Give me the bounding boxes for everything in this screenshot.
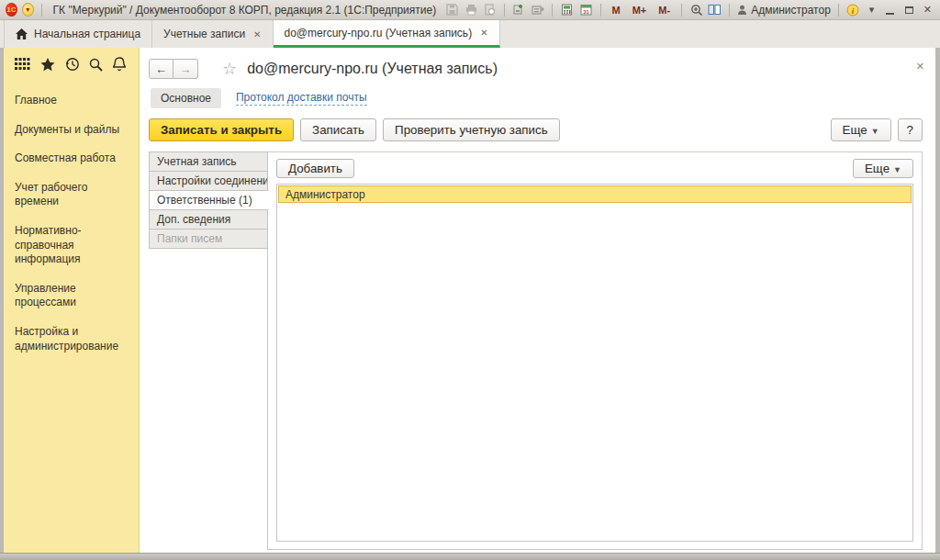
nav-main-tab[interactable]: Основное bbox=[151, 88, 221, 108]
back-button[interactable]: ← bbox=[149, 59, 173, 79]
file-add-icon[interactable] bbox=[512, 3, 526, 17]
user-icon bbox=[737, 5, 747, 16]
vtab-additional-info[interactable]: Доп. сведения bbox=[149, 209, 268, 230]
tab-close-icon[interactable]: ✕ bbox=[253, 29, 261, 39]
window-body: Главное Документы и файлы Совместная раб… bbox=[0, 48, 940, 553]
check-account-button[interactable]: Проверить учетную запись bbox=[383, 118, 560, 141]
calendar-icon[interactable]: 31 bbox=[578, 3, 592, 17]
chevron-down-icon: ▼ bbox=[893, 165, 901, 174]
divider bbox=[41, 4, 42, 17]
status-bar bbox=[0, 553, 940, 560]
save-button[interactable]: Записать bbox=[300, 118, 376, 141]
list-toolbar: Добавить Еще▼ bbox=[276, 159, 913, 178]
functions-menu-icon[interactable] bbox=[15, 58, 30, 71]
tab-label: Учетные записи bbox=[163, 28, 245, 40]
title-bar: 1С ▾ ГК "Меркурий" / Документооборот 8 К… bbox=[0, 0, 940, 20]
memory-m-button[interactable]: M bbox=[608, 5, 623, 16]
main-menu-button[interactable]: ▾ bbox=[22, 3, 34, 17]
1c-logo-icon: 1С bbox=[6, 3, 17, 17]
responsible-list[interactable]: Администратор bbox=[276, 184, 913, 542]
home-icon bbox=[16, 28, 28, 39]
form-page-tabs: Учетная запись Настройки соединения Отве… bbox=[149, 151, 268, 550]
divider bbox=[838, 4, 839, 17]
vtab-mail-folders: Папки писем bbox=[149, 229, 268, 249]
divider bbox=[600, 4, 601, 17]
search-icon[interactable] bbox=[89, 58, 103, 72]
service-menu-dropdown[interactable]: ▾ bbox=[865, 3, 878, 17]
sidebar-toolbar bbox=[4, 48, 139, 77]
file-send-icon[interactable] bbox=[531, 3, 544, 17]
more-label: Еще bbox=[865, 162, 890, 175]
sidebar-item-main[interactable]: Главное bbox=[4, 86, 139, 116]
tab-close-icon[interactable]: ✕ bbox=[480, 28, 487, 38]
sidebar-item-collaboration[interactable]: Совместная работа bbox=[4, 144, 139, 174]
memory-m-plus-button[interactable]: M+ bbox=[629, 5, 651, 16]
form-header: ← → ☆ do@mercury-npo.ru (Учетная запись)… bbox=[149, 55, 923, 83]
sidebar-item-reference-info[interactable]: Нормативно-справочная информация bbox=[4, 217, 139, 274]
forward-button[interactable]: → bbox=[173, 59, 198, 79]
favorites-star-icon[interactable] bbox=[40, 58, 55, 72]
add-button[interactable]: Добавить bbox=[276, 159, 354, 178]
tab-bar: Начальная страница Учетные записи ✕ do@m… bbox=[0, 20, 940, 48]
history-icon[interactable] bbox=[65, 57, 80, 72]
divider bbox=[729, 4, 730, 17]
command-bar: Записать и закрыть Записать Проверить уч… bbox=[149, 118, 923, 141]
divider bbox=[552, 4, 553, 17]
print-preview-icon[interactable] bbox=[483, 3, 497, 17]
form-close-icon[interactable]: ✕ bbox=[916, 61, 924, 73]
more-button[interactable]: Еще▼ bbox=[831, 118, 891, 141]
calculator-icon[interactable] bbox=[560, 3, 574, 17]
split-window-icon[interactable] bbox=[708, 3, 722, 17]
list-more-button[interactable]: Еще▼ bbox=[853, 159, 913, 178]
responsible-page: Добавить Еще▼ Администратор bbox=[267, 151, 923, 550]
sidebar-item-process-management[interactable]: Управление процессами bbox=[4, 274, 139, 318]
divider bbox=[681, 4, 682, 17]
list-item[interactable]: Администратор bbox=[278, 185, 912, 203]
vtab-connection-settings[interactable]: Настройки соединения bbox=[149, 171, 268, 191]
sidebar-item-time-tracking[interactable]: Учет рабочего времени bbox=[4, 174, 139, 217]
form-title: do@mercury-npo.ru (Учетная запись) bbox=[247, 61, 498, 77]
chevron-down-icon: ▼ bbox=[871, 127, 879, 136]
sections-sidebar: Главное Документы и файлы Совместная раб… bbox=[4, 48, 140, 553]
nav-mail-delivery-log-link[interactable]: Протокол доставки почты bbox=[236, 91, 367, 106]
close-button[interactable]: ✕ bbox=[921, 3, 934, 17]
favorite-star-icon[interactable]: ☆ bbox=[222, 59, 237, 79]
info-icon[interactable]: i bbox=[846, 3, 860, 17]
sections-nav: Главное Документы и файлы Совместная раб… bbox=[4, 77, 139, 361]
minimize-button[interactable] bbox=[883, 3, 897, 17]
zoom-icon[interactable] bbox=[689, 3, 703, 17]
divider bbox=[504, 4, 505, 17]
more-label: Еще bbox=[843, 123, 867, 137]
current-user[interactable]: Администратор bbox=[737, 4, 831, 17]
save-icon[interactable] bbox=[445, 3, 459, 17]
sidebar-item-settings-administration[interactable]: Настройка и администрирование bbox=[4, 318, 139, 361]
tab-home[interactable]: Начальная страница bbox=[4, 20, 152, 48]
tab-accounts[interactable]: Учетные записи ✕ bbox=[152, 20, 273, 48]
form-body: Учетная запись Настройки соединения Отве… bbox=[149, 151, 923, 550]
vtab-account[interactable]: Учетная запись bbox=[149, 151, 268, 172]
form-nav: Основное Протокол доставки почты bbox=[151, 86, 923, 110]
vtab-responsible[interactable]: Ответственные (1) bbox=[149, 190, 269, 210]
svg-text:31: 31 bbox=[583, 9, 589, 15]
memory-m-minus-button[interactable]: M- bbox=[655, 5, 674, 16]
sidebar-item-documents-files[interactable]: Документы и файлы bbox=[4, 116, 139, 145]
form-area: ← → ☆ do@mercury-npo.ru (Учетная запись)… bbox=[140, 48, 935, 553]
maximize-button[interactable] bbox=[901, 3, 915, 17]
tab-label: do@mercury-npo.ru (Учетная запись) bbox=[285, 27, 473, 39]
save-and-close-button[interactable]: Записать и закрыть bbox=[149, 118, 294, 141]
print-icon[interactable] bbox=[464, 3, 477, 17]
user-name-label: Администратор bbox=[751, 4, 831, 17]
window-title: ГК "Меркурий" / Документооборот 8 КОРП, … bbox=[53, 4, 437, 17]
tab-account-form[interactable]: do@mercury-npo.ru (Учетная запись) ✕ bbox=[274, 20, 500, 48]
application-window: 1С ▾ ГК "Меркурий" / Документооборот 8 К… bbox=[0, 0, 940, 560]
tab-label: Начальная страница bbox=[34, 28, 140, 40]
help-button[interactable]: ? bbox=[898, 118, 923, 141]
notifications-bell-icon[interactable] bbox=[113, 57, 126, 72]
